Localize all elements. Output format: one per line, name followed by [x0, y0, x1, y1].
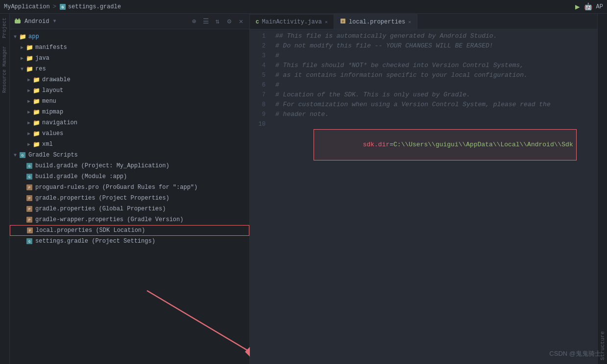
- folder-icon-java: 📁: [25, 54, 33, 62]
- tree-label-settings-gradle: settings.gradle (Project Settings): [35, 238, 155, 245]
- tree-item-local-properties[interactable]: ▶ P local.properties (SDK Location): [10, 225, 249, 236]
- editor-content[interactable]: 1 2 3 4 5 6 7 8 9 10 ## This file is aut…: [250, 29, 597, 364]
- tree-label-gradle-props-global: gradle.properties (Global Properties): [35, 205, 166, 212]
- tree-item-build-gradle-project[interactable]: ▶ G build.gradle (Project: My_Applicatio…: [10, 160, 249, 171]
- line-num-5: 5: [250, 70, 266, 80]
- svg-rect-2: [15, 20, 21, 23]
- svg-text:G: G: [28, 240, 30, 244]
- line-num-2: 2: [250, 41, 266, 51]
- folder-icon-mipmap: 📁: [32, 108, 40, 116]
- list-icon[interactable]: ☰: [201, 17, 210, 26]
- tree-item-xml[interactable]: ▶ 📁 xml: [10, 139, 249, 150]
- tab-label-local-properties: local.properties: [349, 19, 405, 25]
- svg-text:P: P: [28, 197, 30, 201]
- project-panel-wrapper: Android ▼ ⊕ ☰ ⇅ ⚙ ✕ ▼ 📁 app ▶: [10, 14, 250, 364]
- title-filename: settings.gradle: [68, 3, 121, 10]
- tree-item-drawable[interactable]: ▶ 📁 drawable: [10, 74, 249, 85]
- tree-label-drawable: drawable: [42, 76, 71, 83]
- title-file: G settings.gradle: [59, 3, 121, 10]
- title-bar: MyApplication > G settings.gradle ▶ 🤖 AP: [0, 0, 607, 14]
- target-icon[interactable]: ⊕: [190, 17, 198, 26]
- tree-label-gradle-props-project: gradle.properties (Project Properties): [35, 195, 170, 202]
- run-icon[interactable]: ▶: [575, 2, 580, 12]
- project-name[interactable]: MyApplication: [4, 3, 50, 10]
- config-icon-2: P: [25, 205, 33, 213]
- tree-label-gradle-scripts: Gradle Scripts: [28, 152, 78, 159]
- code-line-7: # Location of the SDK. This is only used…: [275, 90, 591, 100]
- tree-arrow-app: ▼: [12, 33, 19, 40]
- title-bar-actions: ▶ 🤖 AP: [575, 2, 603, 12]
- tree-item-gradle-props-global[interactable]: ▶ P gradle.properties (Global Properties…: [10, 204, 249, 214]
- gradle-icon-settings: G: [25, 237, 33, 245]
- tree-item-navigation[interactable]: ▶ 📁 navigation: [10, 117, 249, 128]
- config-icon-1: P: [25, 194, 33, 202]
- tree-arrow-res: ▼: [19, 66, 25, 72]
- tab-icon-config: P: [340, 18, 346, 25]
- svg-text:P: P: [28, 186, 30, 190]
- tab-icon-java: C: [256, 19, 259, 25]
- tree-arrow-drawable: ▶: [25, 76, 32, 83]
- tree-item-java[interactable]: ▶ 📁 java: [10, 53, 249, 64]
- tab-label-main-activity: MainActivity.java: [262, 19, 322, 25]
- project-view-dropdown[interactable]: ▼: [53, 19, 56, 24]
- line-num-8: 8: [250, 100, 266, 110]
- tree-item-manifests[interactable]: ▶ 📁 manifests: [10, 42, 249, 53]
- project-panel: Android ▼ ⊕ ☰ ⇅ ⚙ ✕ ▼ 📁 app ▶: [10, 14, 250, 364]
- tree-item-values[interactable]: ▶ 📁 values: [10, 128, 249, 139]
- code-area[interactable]: ## This file is automatically generated …: [269, 29, 597, 364]
- tree-item-settings-gradle[interactable]: ▶ G settings.gradle (Project Settings): [10, 236, 249, 247]
- svg-point-4: [19, 18, 20, 20]
- tab-close-local-properties[interactable]: ✕: [408, 19, 411, 25]
- close-panel-icon[interactable]: ✕: [237, 17, 245, 26]
- svg-text:G: G: [61, 5, 64, 9]
- code-line-5: # as it contains information specific to…: [275, 70, 591, 80]
- debug-icon[interactable]: 🤖: [584, 2, 592, 11]
- title-separator: >: [53, 3, 56, 10]
- tree-item-app[interactable]: ▼ 📁 app: [10, 31, 249, 42]
- svg-text:G: G: [22, 153, 24, 158]
- line-numbers: 1 2 3 4 5 6 7 8 9 10: [250, 29, 269, 364]
- line-num-10: 10: [250, 119, 266, 129]
- tree-item-gradle-wrapper[interactable]: ▶ P gradle-wrapper.properties (Gradle Ve…: [10, 214, 249, 225]
- tree-item-build-gradle-module[interactable]: ▶ G build.gradle (Module :app): [10, 171, 249, 182]
- line-num-3: 3: [250, 51, 266, 61]
- line-num-7: 7: [250, 90, 266, 100]
- tree-label-navigation: navigation: [42, 119, 77, 126]
- tab-main-activity[interactable]: C MainActivity.java ✕: [250, 14, 334, 29]
- svg-text:P: P: [29, 229, 31, 233]
- tree-item-proguard[interactable]: ▶ P proguard-rules.pro (ProGuard Rules f…: [10, 182, 249, 193]
- structure-sidebar: Structure: [597, 14, 607, 364]
- tree-item-layout[interactable]: ▶ 📁 layout: [10, 85, 249, 96]
- sidebar-resource-manager-tab[interactable]: Resource Manager: [2, 46, 7, 93]
- left-sidebar-icons: Project Resource Manager: [0, 14, 10, 364]
- folder-icon-res: 📁: [25, 65, 33, 73]
- tree-label-app: app: [28, 33, 39, 40]
- svg-text:G: G: [28, 164, 30, 168]
- main-layout: Project Resource Manager Android ▼ ⊕ ☰ ⇅…: [0, 14, 607, 364]
- config-icon-3: P: [25, 216, 33, 224]
- svg-point-3: [16, 18, 17, 20]
- tree-item-gradle-props-project[interactable]: ▶ P gradle.properties (Project Propertie…: [10, 193, 249, 204]
- line-num-6: 6: [250, 80, 266, 90]
- gear-icon[interactable]: ⚙: [225, 17, 234, 26]
- code-line-9: # header note.: [275, 110, 591, 119]
- tree-item-res[interactable]: ▼ 📁 res: [10, 64, 249, 74]
- tree-arrow-navigation: ▶: [25, 119, 32, 126]
- tree-item-mipmap[interactable]: ▶ 📁 mipmap: [10, 107, 249, 117]
- tab-local-properties[interactable]: P local.properties ✕: [334, 14, 417, 29]
- android-icon: [14, 18, 22, 25]
- sort-icon[interactable]: ⇅: [213, 17, 222, 26]
- line-num-1: 1: [250, 31, 266, 41]
- tree-item-menu[interactable]: ▶ 📁 menu: [10, 96, 249, 107]
- tab-close-main-activity[interactable]: ✕: [325, 19, 328, 25]
- tree-item-gradle-scripts[interactable]: ▼ G Gradle Scripts: [10, 150, 249, 160]
- code-line-1: ## This file is automatically generated …: [275, 31, 591, 41]
- editor-area: C MainActivity.java ✕ P local.properties…: [250, 14, 597, 364]
- line-num-4: 4: [250, 61, 266, 70]
- folder-icon-values: 📁: [32, 130, 40, 137]
- project-view-title: Android: [24, 18, 49, 25]
- code-line-8: # For customization when using a Version…: [275, 100, 591, 110]
- sidebar-project-tab[interactable]: Project: [2, 18, 7, 38]
- tree-arrow-values: ▶: [25, 130, 32, 137]
- folder-icon-drawable: 📁: [32, 76, 40, 84]
